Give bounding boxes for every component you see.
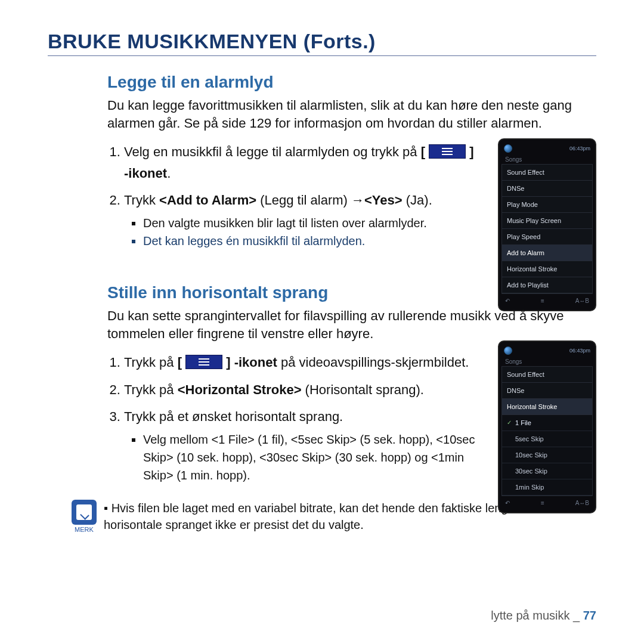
section2-step3: Trykk på et ønsket horisontalt sprang. V…	[124, 406, 477, 484]
menu-icon	[185, 355, 222, 369]
menu-icon	[429, 144, 466, 159]
device-submenu-item: 5sec Skip	[502, 431, 592, 447]
device-menu-item: Sound Effect	[502, 165, 592, 181]
device-submenu-item: 10sec Skip	[502, 447, 592, 463]
section2-step2: Trykk på <Horizontal Stroke> (Horisontal…	[124, 379, 477, 400]
title-rule	[48, 55, 596, 56]
device-submenu-item: 1 File	[502, 415, 592, 431]
device-menu-item: Horizontal Stroke	[502, 399, 592, 415]
device-menu-item: Music Play Screen	[502, 213, 592, 229]
device-menu-item: DNSe	[502, 181, 592, 197]
page-footer: lytte på musikk _ 77	[491, 609, 596, 623]
section1-lead: Du kan legge favorittmusikken til alarml…	[107, 97, 596, 132]
device-menu-item: DNSe	[502, 383, 592, 399]
note-label: MERK	[72, 526, 97, 533]
section2-step1: Trykk på [ ] -ikonet på videoavspillings…	[124, 352, 477, 373]
section1-step1: Velg en musikkfil å legge til alarmlyden…	[124, 141, 477, 183]
section1-sub1: Den valgte musikken blir lagt til listen…	[143, 214, 477, 232]
note-icon	[72, 500, 97, 525]
section2-sub: Velg mellom <1 File> (1 fil), <5sec Skip…	[143, 431, 477, 484]
device-menu-item: Horizontal Stroke	[502, 261, 592, 277]
section1-step2: Trykk <Add to Alarm> (Legg til alarm) →<…	[124, 190, 477, 250]
section2-lead: Du kan sette sprangintervallet for filav…	[107, 307, 596, 342]
device-menu-item: Add to Alarm	[502, 245, 592, 261]
section2-title: Stille inn horisontalt sprang	[107, 283, 596, 302]
page-title: BRUKE MUSIKKMENYEN (Forts.)	[48, 30, 596, 53]
section1-title: Legge til en alarmlyd	[107, 73, 596, 92]
device-menu-item: Play Speed	[502, 229, 592, 245]
device-menu-item: Play Mode	[502, 197, 592, 213]
section1-sub2: Det kan legges én musikkfil til alarmlyd…	[143, 232, 477, 250]
device-submenu-item: 30sec Skip	[502, 463, 592, 479]
device-menu-item: Sound Effect	[502, 367, 592, 383]
device-submenu-item: 1min Skip	[502, 479, 592, 496]
device-screenshot-2: 06:43pm Songs Sound EffectDNSeHorizontal…	[498, 340, 596, 513]
